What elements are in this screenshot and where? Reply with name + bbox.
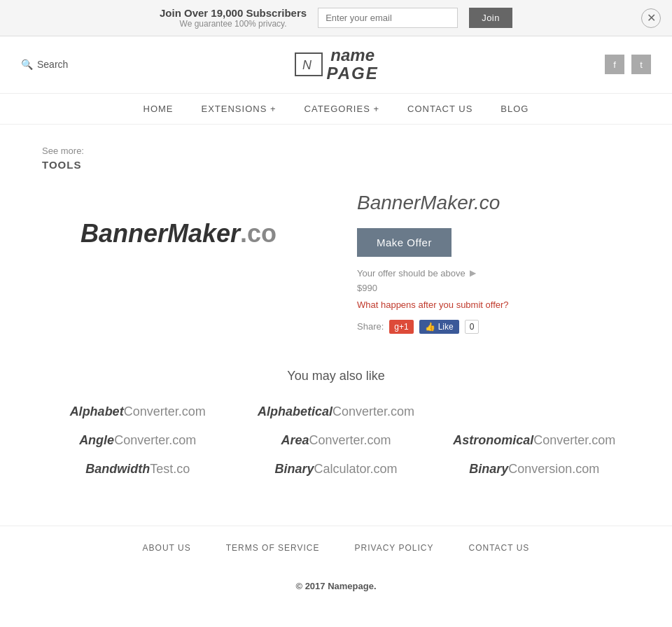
banner-title: Join Over 19,000 Subscribers: [160, 7, 307, 19]
top-banner: Join Over 19,000 Subscribers We guarante…: [0, 0, 672, 36]
footer-contact[interactable]: CONTACT US: [468, 543, 529, 553]
list-item[interactable]: AlphabetConverter.com: [70, 404, 206, 419]
offer-note: Your offer should be above ▶: [357, 268, 630, 279]
domain-title: BannerMaker.co: [357, 192, 630, 214]
footer-privacy[interactable]: PRIVACY POLICY: [355, 543, 434, 553]
domain-logo: BannerMaker.co: [80, 219, 276, 248]
nav-blog[interactable]: BLOG: [500, 104, 528, 114]
similar-domains-grid: AlphabetConverter.com AlphabeticalConver…: [42, 404, 630, 477]
offer-note-text: Your offer should be above: [357, 268, 465, 279]
banner-text: Join Over 19,000 Subscribers We guarante…: [160, 7, 307, 29]
nav-contact[interactable]: CONTACT US: [407, 104, 472, 114]
breadcrumb: See more: TOOLS: [42, 146, 630, 171]
nav-extensions[interactable]: EXTENSIONS +: [202, 104, 276, 114]
search-label: Search: [37, 59, 68, 70]
domain-logo-area: BannerMaker.co: [42, 192, 315, 276]
list-item[interactable]: BinaryCalculator.com: [274, 462, 397, 477]
list-item[interactable]: AlphabeticalConverter.com: [258, 404, 414, 419]
nav-home[interactable]: HOME: [144, 104, 174, 114]
footer-nav: ABOUT US TERMS OF SERVICE PRIVACY POLICY…: [0, 526, 672, 570]
fb-thumb-icon: 👍: [425, 322, 435, 332]
twitter-icon[interactable]: t: [631, 55, 651, 74]
main-nav: HOME EXTENSIONS + CATEGORIES + CONTACT U…: [0, 94, 672, 125]
svg-text:N: N: [302, 58, 312, 72]
close-banner-button[interactable]: ✕: [641, 8, 661, 28]
footer-copyright: © 2017 Namepage.: [0, 570, 672, 603]
email-input[interactable]: [318, 8, 458, 28]
logo-n-icon: N: [301, 57, 316, 72]
domain-section: BannerMaker.co BannerMaker.co Make Offer…: [42, 192, 630, 334]
logo-icon: N: [295, 52, 323, 76]
offer-link[interactable]: What happens after you submit offer?: [357, 300, 509, 310]
domain-logo-tld: .co: [240, 219, 276, 248]
domain-info: BannerMaker.co Make Offer Your offer sho…: [357, 192, 630, 334]
social-links: f t: [605, 55, 651, 74]
you-may-heading: You may also like: [42, 369, 630, 383]
arrow-icon: ▶: [470, 268, 476, 278]
domain-logo-name: BannerMaker: [80, 219, 240, 248]
list-item[interactable]: BandwidthTest.co: [85, 462, 190, 477]
share-row: Share: g+1 👍 Like 0: [357, 320, 630, 334]
offer-amount: $990: [357, 283, 630, 293]
share-label: Share:: [357, 321, 384, 332]
fb-like-label: Like: [438, 322, 454, 332]
logo[interactable]: N name PAGE: [295, 46, 379, 83]
nav-categories[interactable]: CATEGORIES +: [304, 104, 379, 114]
list-item[interactable]: AreaConverter.com: [281, 433, 391, 448]
search-icon: 🔍: [21, 59, 33, 70]
banner-subtitle: We guarantee 100% privacy.: [160, 19, 307, 29]
brand-namepage: Namepage.: [328, 581, 376, 591]
join-button[interactable]: Join: [469, 8, 512, 28]
footer-terms[interactable]: TERMS OF SERVICE: [226, 543, 320, 553]
copyright-year: © 2017: [295, 581, 325, 591]
fb-count: 0: [465, 320, 479, 334]
list-item[interactable]: AngleConverter.com: [79, 433, 196, 448]
search-button[interactable]: 🔍 Search: [21, 59, 68, 70]
see-more-label: See more:: [42, 146, 630, 156]
header: 🔍 Search N name PAGE f t: [0, 36, 672, 94]
list-item[interactable]: BinaryConversion.com: [469, 462, 599, 477]
footer-about[interactable]: ABOUT US: [143, 543, 191, 553]
logo-name-text: name: [327, 46, 379, 64]
facebook-icon[interactable]: f: [605, 55, 624, 74]
make-offer-button[interactable]: Make Offer: [357, 228, 451, 257]
logo-page-text: PAGE: [327, 64, 379, 83]
facebook-like-button[interactable]: 👍 Like: [419, 320, 459, 334]
tools-link[interactable]: TOOLS: [42, 159, 630, 171]
google-plus-button[interactable]: g+1: [389, 320, 413, 334]
main-content: See more: TOOLS BannerMaker.co BannerMak…: [0, 125, 672, 526]
list-item[interactable]: AstronomicalConverter.com: [453, 433, 615, 448]
